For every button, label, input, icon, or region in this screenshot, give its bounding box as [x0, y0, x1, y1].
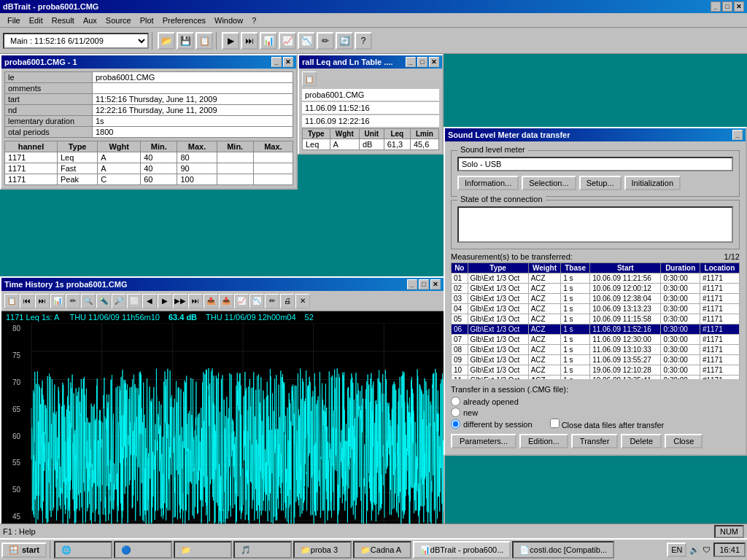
th-btn-graph[interactable]: 📊: [50, 294, 65, 308]
measurement-row[interactable]: 05 Glb\Ext 1/3 Oct ACZ 1 s 10.06.09 11:1…: [452, 314, 740, 324]
radio-input-new[interactable]: [451, 408, 460, 417]
taskbar-costi[interactable]: 📄 costi.doc [Compatib...: [512, 541, 614, 559]
delete-button[interactable]: Delete: [621, 434, 662, 448]
toolbar-btn-play[interactable]: ▶: [222, 32, 239, 50]
menu-help[interactable]: ?: [247, 15, 260, 26]
menu-result[interactable]: Result: [47, 15, 79, 26]
th-btn-close2[interactable]: ✕: [295, 294, 310, 308]
close-button[interactable]: ✕: [734, 1, 744, 12]
props-row-comments: omments: [5, 83, 293, 94]
radio-input-different[interactable]: [451, 419, 460, 429]
th-btn-import[interactable]: 📥: [219, 294, 233, 308]
slm-minimize[interactable]: _: [732, 130, 743, 140]
th-minimize[interactable]: _: [407, 279, 417, 289]
th-btn-2[interactable]: ⏮: [20, 294, 34, 308]
th-btn-chart2[interactable]: 📈: [234, 294, 249, 308]
slm-setup-button[interactable]: Setup...: [579, 176, 622, 190]
th-maximize[interactable]: □: [419, 279, 429, 289]
th-btn-zoomfit[interactable]: ⬜: [127, 294, 142, 308]
measurement-row[interactable]: 01 Glb\Ext 1/3 Oct ACZ 1 s 10.06.09 11:2…: [452, 273, 740, 284]
toolbar-btn-7[interactable]: 📈: [279, 32, 296, 50]
measurement-row[interactable]: 09 Glb\Ext 1/3 Oct ACZ 1 s 11.06.09 13:5…: [452, 355, 740, 365]
toolbar-btn-6[interactable]: 📊: [260, 32, 277, 50]
toolbar-btn-save[interactable]: 💾: [177, 32, 194, 50]
th-btn-edit2[interactable]: ✏: [265, 294, 279, 308]
taskbar-item-browser[interactable]: 🌐: [54, 541, 112, 559]
transfer-button[interactable]: Transfer: [571, 434, 619, 448]
th-btn-3[interactable]: ⏭: [35, 294, 50, 308]
th-btn-5[interactable]: 🔍: [81, 294, 96, 308]
taskbar-cadna[interactable]: 📁 Cadna A: [353, 541, 411, 559]
th-btn-end[interactable]: ⏭: [188, 294, 203, 308]
th-btn-zoom[interactable]: 🔎: [112, 294, 126, 308]
toolbar-btn-help[interactable]: ?: [355, 32, 372, 50]
measurement-row[interactable]: 02 Glb\Ext 1/3 Oct ACZ 1 s 10.06.09 12:0…: [452, 284, 740, 294]
edition-button[interactable]: Edition...: [519, 434, 568, 448]
measurement-row[interactable]: 06 Glb\Ext 1/3 Oct ACZ 1 s 11.06.09 11:5…: [452, 324, 740, 335]
measurement-row[interactable]: 08 Glb\Ext 1/3 Oct ACZ 1 s 11.06.09 13:1…: [452, 345, 740, 355]
meas-no: 09: [452, 355, 468, 365]
measurement-row[interactable]: 10 Glb\Ext 1/3 Oct ACZ 1 s 19.06.09 12:1…: [452, 365, 740, 376]
toolbar-btn-9[interactable]: ✏: [317, 32, 334, 50]
measurement-row[interactable]: 04 Glb\Ext 1/3 Oct ACZ 1 s 10.06.09 13:1…: [452, 304, 740, 314]
toolbar-btn-8[interactable]: 📉: [298, 32, 315, 50]
properties-table: le proba6001.CMG omments tart 11:52:16 T…: [4, 71, 293, 138]
params-button[interactable]: Parameters...: [451, 434, 516, 448]
th-close[interactable]: ✕: [430, 279, 441, 289]
th-btn-play2[interactable]: ▶: [158, 294, 172, 308]
slm-action-buttons: Information... Selection... Setup... Ini…: [457, 176, 733, 190]
toolbar-btn-5[interactable]: ⏭: [241, 32, 258, 50]
meas-tbase: 1 s: [561, 304, 590, 314]
leq-btn-1[interactable]: 📋: [302, 71, 317, 86]
menu-edit[interactable]: Edit: [25, 15, 47, 26]
taskbar-item-folder[interactable]: 📁: [174, 541, 232, 559]
menu-plot[interactable]: Plot: [136, 15, 158, 26]
leq-maximize[interactable]: □: [417, 57, 427, 67]
meas-weight: ACZ: [528, 376, 561, 380]
measurement-row[interactable]: 11 Glb\Ext 1/3 Oct ACZ 1 s 19.06.09 13:3…: [452, 376, 740, 380]
start-button[interactable]: 🪟 start: [1, 542, 47, 558]
toolbar-btn-3[interactable]: 📋: [196, 32, 213, 50]
folder-icon: 📁: [181, 545, 191, 555]
leq-minimize[interactable]: _: [406, 57, 416, 67]
radio-input-already[interactable]: [451, 397, 460, 406]
taskbar-proba3[interactable]: 📁 proba 3: [293, 541, 352, 559]
th-btn-6[interactable]: 🔦: [96, 294, 111, 308]
slm-info-button[interactable]: Information...: [457, 176, 519, 190]
th-btn-export[interactable]: 📤: [204, 294, 218, 308]
slm-selection-button[interactable]: Selection...: [522, 176, 576, 190]
th-btn-print[interactable]: 🖨: [280, 294, 295, 308]
menu-source[interactable]: Source: [101, 15, 136, 26]
th-btn-left[interactable]: ◀: [142, 294, 157, 308]
col-max2: Max.: [253, 141, 293, 152]
properties-minimize[interactable]: _: [271, 57, 282, 67]
main-combo[interactable]: Main : 11:52:16 6/11/2009: [3, 33, 149, 49]
menu-window[interactable]: Window: [210, 15, 247, 26]
props-value-start: 11:52:16 Thursday, June 11, 2009: [93, 94, 293, 105]
menu-aux[interactable]: Aux: [79, 15, 101, 26]
meas-start: 10.06.09 11:21:56: [590, 273, 661, 284]
menu-file[interactable]: File: [3, 15, 25, 26]
properties-close[interactable]: ✕: [283, 57, 293, 67]
th-btn-chart3[interactable]: 📉: [249, 294, 264, 308]
th-btn-pen[interactable]: ✏: [66, 294, 80, 308]
taskbar-item-winamp[interactable]: 🎵: [233, 541, 292, 559]
close-dialog-button[interactable]: Close: [665, 434, 703, 448]
taskbar-item-ie[interactable]: 🔵: [114, 541, 172, 559]
measurements-container[interactable]: No Type Weight Tbase Start Duration Loca…: [451, 262, 740, 379]
lang-indicator[interactable]: EN: [667, 542, 686, 557]
measurement-row[interactable]: 07 Glb\Ext 1/3 Oct ACZ 1 s 11.06.09 12:3…: [452, 335, 740, 345]
maximize-button[interactable]: □: [722, 1, 732, 12]
slm-init-button[interactable]: Initialization: [624, 176, 681, 190]
close-files-checkbox[interactable]: [550, 419, 560, 428]
leq-close[interactable]: ✕: [429, 57, 439, 67]
menu-preferences[interactable]: Preferences: [158, 15, 210, 26]
toolbar-btn-10[interactable]: 🔄: [336, 32, 353, 50]
slm-device: Solo - USB: [457, 157, 733, 171]
th-btn-1[interactable]: 📋: [4, 294, 19, 308]
taskbar-dbtrait[interactable]: 📊 dBTrait - proba600...: [413, 541, 511, 559]
minimize-button[interactable]: _: [711, 1, 721, 12]
th-btn-right[interactable]: ▶▶: [173, 294, 187, 308]
toolbar-btn-open[interactable]: 📂: [158, 32, 175, 50]
measurement-row[interactable]: 03 Glb\Ext 1/3 Oct ACZ 1 s 10.06.09 12:3…: [452, 294, 740, 304]
